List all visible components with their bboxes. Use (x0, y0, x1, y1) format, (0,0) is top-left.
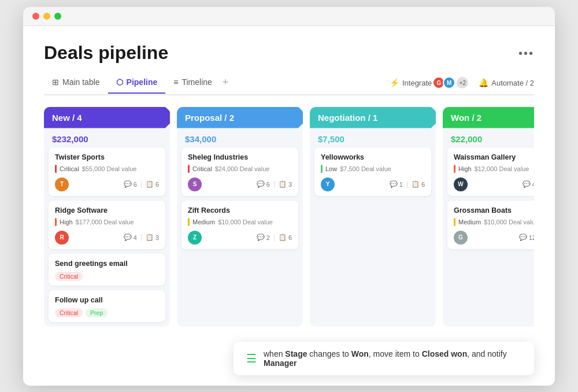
priority-bar (55, 218, 57, 226)
comment-count: 2 (266, 234, 270, 241)
file-icon: 📋 (146, 180, 154, 188)
card-title: Ridge Software (55, 206, 159, 215)
tooltip-won: Won (351, 349, 369, 358)
card-followup[interactable]: Follow up call Critical Prep (49, 290, 165, 322)
tab-timeline[interactable]: ≡ Timeline (165, 73, 220, 94)
kanban-board: New / 4 $232,000 Twister Sports Critical… (44, 107, 534, 336)
close-dot[interactable] (32, 13, 39, 20)
tabs-right-actions: ⚡ Integrate G M +2 🔔 Automate / 2 (390, 76, 534, 89)
card-meta: High $177,000 Deal value (55, 218, 159, 226)
file-icon: 📋 (279, 180, 287, 188)
card-title: Sheleg Industries (188, 153, 292, 161)
card-twister[interactable]: Twister Sports Critical $55,000 Deal val… (49, 147, 165, 196)
card-footer: S 💬 6 📋 3 (188, 177, 292, 191)
col-header-proposal-label: Proposal / 2 (185, 113, 234, 123)
automate-button[interactable]: 🔔 Automate / 2 (479, 78, 534, 87)
card-footer: T 💬 6 📋 6 (55, 177, 159, 191)
deal-value: $24,000 Deal value (215, 165, 270, 172)
deal-value: $10,000 Deal value (484, 219, 534, 225)
col-cards-negotiation: Yellowworks Low $7,500 Deal value Y 💬 1 (310, 147, 436, 201)
pipeline-icon: ⬡ (116, 77, 123, 87)
avatar: Y (321, 177, 335, 191)
card-meta: Critical $24,000 Deal value (188, 165, 292, 173)
tab-main-table-label: Main table (62, 77, 100, 87)
card-sheleg[interactable]: Sheleg Industries Critical $24,000 Deal … (181, 147, 298, 196)
col-header-new-label: New / 4 (52, 113, 82, 123)
card-greetings[interactable]: Send greetings email Critical (49, 254, 165, 286)
avatar: R (55, 231, 69, 245)
kanban-col-won: Won / 2 $22,000 Waissman Gallery High $1… (443, 107, 534, 327)
automate-label: Automate / 2 (491, 79, 534, 87)
app-window: Deals pipeline ••• ⊞ Main table ⬡ Pipeli… (23, 7, 555, 386)
kanban-col-proposal: Proposal / 2 $34,000 Sheleg Industries C… (177, 107, 303, 327)
card-grossman[interactable]: Grossman Boats Medium $10,000 Deal value… (447, 201, 534, 249)
automation-icon: ☰ (246, 352, 257, 365)
stat-separator (274, 181, 275, 188)
integrate-icon: ⚡ (390, 78, 399, 87)
card-stats: 💬 4 📋 5 (523, 180, 534, 188)
comment-icon: 💬 (124, 234, 132, 241)
card-title: Yellowworks (321, 153, 425, 161)
comment-icon: 💬 (519, 234, 527, 241)
card-meta: Critical $55,000 Deal value (55, 165, 159, 173)
kanban-col-new: New / 4 $232,000 Twister Sports Critical… (44, 107, 170, 327)
card-stats: 💬 6 📋 6 (124, 180, 159, 188)
card-footer: R 💬 4 📋 3 (55, 231, 159, 245)
avatar-group: G M +2 (435, 76, 468, 89)
file-icon: 📋 (146, 234, 154, 241)
minimize-dot[interactable] (43, 13, 50, 20)
tab-add-button[interactable]: + (220, 72, 235, 94)
page-title: Deals pipeline (44, 42, 168, 64)
stat-separator (141, 181, 142, 188)
col-header-proposal: Proposal / 2 (177, 107, 303, 128)
card-title: Twister Sports (55, 153, 159, 161)
card-stats: 💬 12 📋 6 (519, 234, 534, 241)
tab-main-table[interactable]: ⊞ Main table (44, 73, 108, 94)
kanban-col-negotiation: Negotiation / 1 $7,500 Yellowworks Low $… (310, 107, 436, 327)
tooltip-manager: Manager (264, 358, 297, 368)
tab-pipeline-label: Pipeline (127, 77, 158, 87)
comment-icon: 💬 (257, 234, 265, 241)
col-cards-proposal: Sheleg Industries Critical $24,000 Deal … (177, 147, 303, 254)
card-footer: Z 💬 2 📋 6 (188, 231, 292, 245)
comment-count: 12 (529, 234, 534, 241)
plus-badge: +2 (457, 77, 468, 88)
more-options-button[interactable]: ••• (518, 47, 534, 60)
comment-icon: 💬 (257, 180, 265, 188)
card-yellowworks[interactable]: Yellowworks Low $7,500 Deal value Y 💬 1 (314, 147, 431, 196)
file-count: 6 (155, 181, 159, 188)
tooltip-stage: Stage (285, 349, 307, 358)
pill-critical: Critical (55, 308, 83, 317)
col-header-won: Won / 2 (443, 107, 534, 128)
col-cards-won: Waissman Gallery High $12,000 Deal value… (443, 147, 534, 254)
file-count: 6 (421, 181, 425, 188)
card-zift[interactable]: Zift Records Medium $10,000 Deal value Z… (181, 201, 298, 249)
deal-value: $7,500 Deal value (340, 165, 391, 172)
col-total-proposal: $34,000 (177, 128, 303, 147)
comment-count: 6 (266, 181, 270, 188)
avatar-2: M (443, 76, 455, 89)
tab-pipeline[interactable]: ⬡ Pipeline (108, 73, 166, 94)
col-cards-new: Twister Sports Critical $55,000 Deal val… (44, 147, 170, 327)
avatar: T (55, 177, 69, 191)
card-simple-title: Send greetings email (55, 260, 159, 268)
comment-icon: 💬 (124, 180, 132, 188)
card-ridge[interactable]: Ridge Software High $177,000 Deal value … (49, 201, 165, 249)
deal-value: $12,000 Deal value (475, 165, 529, 172)
priority-bar (188, 165, 190, 173)
card-meta: Medium $10,000 Deal value (188, 218, 292, 226)
priority-label: Critical (60, 165, 79, 172)
pill-prep: Prep (86, 308, 108, 317)
priority-label: Medium (192, 219, 215, 225)
integrate-label: Integrate (402, 79, 432, 87)
card-stats: 💬 1 📋 6 (390, 180, 425, 188)
priority-bar (454, 218, 455, 226)
timeline-icon: ≡ (173, 77, 178, 87)
card-meta: Low $7,500 Deal value (321, 165, 425, 173)
card-waissman[interactable]: Waissman Gallery High $12,000 Deal value… (447, 147, 534, 196)
integrate-button[interactable]: ⚡ Integrate G M +2 (390, 76, 468, 89)
maximize-dot[interactable] (54, 13, 61, 20)
deal-value: $55,000 Deal value (82, 165, 137, 172)
card-simple-title: Follow up call (55, 296, 159, 304)
avatar: G (454, 231, 468, 245)
